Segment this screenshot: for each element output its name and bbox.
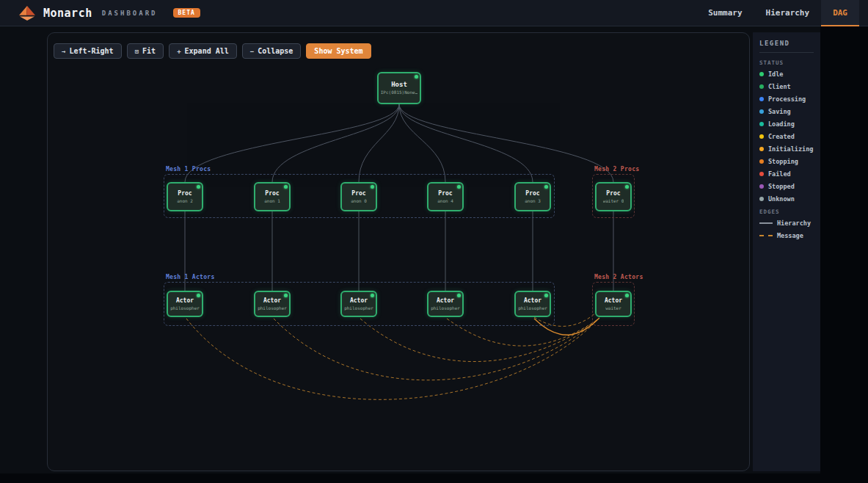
status-dot-icon bbox=[544, 185, 548, 189]
legend-panel: LEGEND STATUS Idle Client Processing Sav… bbox=[753, 32, 820, 471]
status-dot-icon bbox=[625, 185, 629, 189]
legend-item-unknown: Unknown bbox=[759, 195, 814, 203]
beta-badge: BETA bbox=[173, 8, 200, 18]
status-dot-icon bbox=[759, 184, 764, 189]
legend-item-client: Client bbox=[759, 83, 814, 90]
expand-all-button[interactable]: + Expand All bbox=[169, 43, 237, 59]
status-dot-icon bbox=[759, 147, 764, 151]
status-dot-icon bbox=[759, 172, 764, 176]
tab-dag[interactable]: DAG bbox=[821, 0, 859, 26]
legend-title: LEGEND bbox=[759, 40, 814, 53]
proc-node[interactable]: Proc anon_1 bbox=[254, 182, 291, 211]
proc-node[interactable]: Proc waiter_0 bbox=[595, 182, 632, 211]
legend-edges-heading: EDGES bbox=[759, 208, 814, 215]
node-subtitle: IPc(0815)None… bbox=[381, 90, 418, 95]
main-nav: Summary Hierarchy DAG bbox=[696, 0, 868, 26]
proc-node[interactable]: Proc anon_0 bbox=[340, 182, 377, 211]
minus-icon: − bbox=[250, 48, 254, 55]
status-dot-icon bbox=[759, 197, 764, 201]
legend-item-loading: Loading bbox=[759, 120, 814, 128]
actor-node[interactable]: Actor philosopher bbox=[340, 291, 377, 317]
tab-hierarchy[interactable]: Hierarchy bbox=[754, 0, 822, 26]
show-system-button[interactable]: Show System bbox=[306, 43, 371, 59]
actor-node[interactable]: Actor philosopher bbox=[254, 291, 291, 317]
status-dot-icon bbox=[625, 294, 629, 297]
status-dot-icon bbox=[759, 72, 764, 76]
solid-line-icon bbox=[759, 222, 773, 224]
status-dot-icon bbox=[759, 97, 764, 101]
arrow-right-icon: → bbox=[62, 48, 65, 55]
group-label: Mesh 2 Procs bbox=[594, 166, 639, 172]
legend-item-saving: Saving bbox=[759, 108, 814, 115]
actor-node[interactable]: Actor waiter bbox=[595, 291, 632, 317]
fit-button[interactable]: ⊡ Fit bbox=[127, 43, 164, 59]
status-dot-icon bbox=[759, 122, 764, 126]
status-dot-icon bbox=[197, 294, 200, 297]
status-dot-icon bbox=[457, 185, 461, 189]
status-dot-icon bbox=[371, 185, 374, 189]
host-node[interactable]: Host IPc(0815)None… bbox=[377, 72, 421, 104]
actor-node[interactable]: Actor philosopher bbox=[167, 291, 203, 317]
legend-item-idle: Idle bbox=[759, 70, 814, 78]
legend-item-created: Created bbox=[759, 133, 814, 140]
group-label: Mesh 1 Actors bbox=[166, 274, 215, 280]
status-dot-icon bbox=[457, 294, 461, 297]
proc-node[interactable]: Proc anon_4 bbox=[427, 182, 464, 211]
status-dot-icon bbox=[759, 109, 764, 114]
group-label: Mesh 1 Procs bbox=[166, 166, 211, 172]
proc-node[interactable]: Proc anon_2 bbox=[167, 182, 203, 211]
actor-node[interactable]: Actor philosopher bbox=[427, 291, 464, 317]
legend-item-processing: Processing bbox=[759, 95, 814, 103]
status-dot-icon bbox=[197, 185, 200, 189]
status-dot-icon bbox=[284, 294, 288, 297]
status-dot-icon bbox=[759, 134, 764, 139]
legend-item-message-edge: Message bbox=[759, 232, 814, 239]
legend-item-failed: Failed bbox=[759, 170, 814, 178]
brand-name: Monarch bbox=[43, 7, 92, 20]
legend-item-hierarchy-edge: Hierarchy bbox=[759, 219, 814, 227]
legend-item-initializing: Initializing bbox=[759, 145, 814, 153]
actor-node[interactable]: Actor philosopher bbox=[514, 291, 551, 317]
node-title: Host bbox=[391, 81, 407, 88]
left-right-button[interactable]: → Left-Right bbox=[54, 43, 122, 59]
status-dot-icon bbox=[759, 84, 764, 89]
tab-summary[interactable]: Summary bbox=[696, 0, 754, 26]
status-dot-icon bbox=[284, 185, 288, 189]
collapse-button[interactable]: − Collapse bbox=[242, 43, 302, 59]
status-dot-icon bbox=[415, 75, 418, 79]
dag-canvas[interactable]: → Left-Right ⊡ Fit + Expand All − Collap… bbox=[47, 32, 750, 471]
product-name: DASHBOARD bbox=[102, 10, 158, 17]
fit-icon: ⊡ bbox=[135, 48, 139, 55]
group-label: Mesh 2 Actors bbox=[594, 274, 643, 280]
status-dot-icon bbox=[759, 159, 764, 164]
canvas-toolbar: → Left-Right ⊡ Fit + Expand All − Collap… bbox=[54, 43, 371, 59]
dashed-line-icon bbox=[759, 235, 773, 236]
legend-status-heading: STATUS bbox=[759, 59, 814, 66]
status-dot-icon bbox=[544, 294, 548, 297]
legend-item-stopping: Stopping bbox=[759, 158, 814, 165]
monarch-logo-icon bbox=[18, 5, 37, 21]
status-dot-icon bbox=[371, 294, 374, 297]
plus-icon: + bbox=[177, 48, 180, 55]
proc-node[interactable]: Proc anon_3 bbox=[514, 182, 551, 211]
legend-item-stopped: Stopped bbox=[759, 183, 814, 190]
top-bar: Monarch DASHBOARD BETA Summary Hierarchy… bbox=[0, 0, 868, 26]
